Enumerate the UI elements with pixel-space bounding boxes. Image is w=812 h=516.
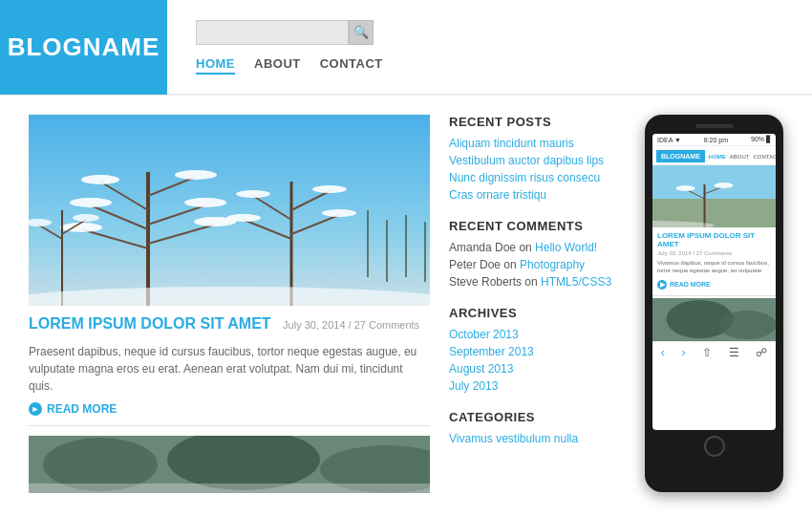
svg-point-12: [70, 198, 112, 207]
read-more-label: READ MORE: [47, 402, 117, 416]
svg-point-46: [715, 183, 734, 188]
recent-posts-title: RECENT POSTS: [449, 115, 626, 129]
header: BLOGNAME 🔍 HOME ABOUT CONTACT: [0, 0, 812, 96]
comment-3-link[interactable]: HTML5/CSS3: [541, 275, 611, 289]
phone-bookmark-icon[interactable]: ☰: [729, 346, 739, 359]
phone-featured-image: [652, 165, 776, 227]
phone-mockup: IDEA ▼ 8:20 pm 90% ▊ BLOGNAME HOME ABOUT…: [645, 115, 783, 492]
read-more-arrow-icon: ►: [29, 402, 42, 416]
logo-block: BLOGNAME: [0, 0, 167, 95]
read-more-link[interactable]: ► READ MORE: [29, 402, 430, 416]
archive-oct-2013[interactable]: October 2013: [449, 328, 626, 341]
nav-contact[interactable]: CONTACT: [320, 56, 383, 75]
phone-tabs-icon[interactable]: ☍: [756, 346, 767, 359]
svg-point-24: [322, 209, 356, 217]
search-button[interactable]: 🔍: [349, 20, 374, 45]
recent-comments-section: RECENT COMMENTS Amanda Doe on Hello Worl…: [449, 219, 626, 289]
comment-3: Steve Roberts on HTML5/CSS3: [449, 275, 626, 289]
svg-point-23: [226, 214, 261, 222]
recent-posts-section: RECENT POSTS Aliquam tincidunt mauris Ve…: [449, 115, 626, 202]
phone-read-more-label: READ MORE: [670, 281, 711, 288]
svg-point-10: [81, 175, 119, 184]
phone-battery: 90% ▊: [751, 136, 771, 143]
phone-time: 8:20 pm: [704, 137, 728, 143]
nav-home[interactable]: HOME: [196, 56, 235, 75]
search-bar: 🔍: [196, 20, 783, 45]
svg-point-21: [236, 190, 270, 198]
post-divider: [29, 425, 430, 426]
blog-area: LOREM IPSUM DOLOR SIT AMET July 30, 2014…: [29, 115, 430, 497]
phone-share-icon[interactable]: ⇧: [702, 346, 712, 359]
archives-section: ARCHIVES October 2013 September 2013 Aug…: [449, 306, 626, 393]
logo-text: BLOGNAME: [8, 32, 160, 62]
sidebar: RECENT POSTS Aliquam tincidunt mauris Ve…: [449, 115, 626, 497]
phone-read-more[interactable]: ▶ READ MORE: [652, 278, 776, 293]
featured-image: [29, 115, 430, 306]
comment-1-link[interactable]: Hello World!: [535, 241, 597, 254]
category-1[interactable]: Vivamus vestibulum nulla: [449, 432, 626, 445]
search-input[interactable]: [196, 20, 349, 45]
phone-status-bar: IDEA ▼ 8:20 pm 90% ▊: [652, 134, 776, 146]
phone-divider: [652, 295, 776, 296]
recent-post-1[interactable]: Aliquam tincidunt mauris: [449, 137, 626, 150]
svg-rect-2: [29, 115, 430, 306]
main-content: LOREM IPSUM DOLOR SIT AMET July 30, 2014…: [0, 96, 812, 516]
phone-post-title: LOREM IPSUM DOLOR SIT AMET: [652, 227, 776, 250]
post-date: July 30, 2014 / 27 Comments: [283, 319, 419, 331]
svg-point-22: [312, 185, 347, 193]
phone-second-image: [652, 298, 776, 341]
svg-point-50: [719, 311, 777, 339]
archive-aug-2013[interactable]: August 2013: [449, 362, 626, 376]
phone-bottom-bar: ‹ › ⇧ ☰ ☍: [652, 341, 776, 363]
comment-2-link[interactable]: Photography: [520, 258, 585, 271]
phone-home-button[interactable]: [704, 436, 725, 457]
phone-back-icon[interactable]: ‹: [661, 346, 665, 359]
phone-nav: HOME ABOUT CONTACT: [709, 154, 776, 160]
categories-title: CATEGORIES: [449, 410, 626, 424]
phone-logo: BLOGNAME: [656, 150, 705, 162]
svg-point-29: [73, 214, 99, 222]
phone-nav-about[interactable]: ABOUT: [730, 154, 750, 160]
recent-post-3[interactable]: Nunc dignissim risus consecu: [449, 171, 626, 184]
phone-carrier: IDEA ▼: [657, 137, 681, 143]
svg-point-13: [184, 198, 226, 207]
svg-point-11: [175, 170, 217, 180]
nav-about[interactable]: ABOUT: [254, 56, 301, 75]
comment-1: Amanda Doe on Hello World!: [449, 241, 626, 254]
phone-screen: IDEA ▼ 8:20 pm 90% ▊ BLOGNAME HOME ABOUT…: [652, 134, 776, 430]
recent-post-4[interactable]: Cras ornare tristiqu: [449, 188, 626, 202]
post-meta: LOREM IPSUM DOLOR SIT AMET July 30, 2014…: [29, 306, 430, 337]
archives-title: ARCHIVES: [449, 306, 626, 320]
post-excerpt: Praesent dapibus, neque id cursus faucib…: [29, 343, 430, 395]
main-nav: HOME ABOUT CONTACT: [196, 56, 783, 75]
categories-section: CATEGORIES Vivamus vestibulum nulla: [449, 410, 626, 445]
svg-point-36: [43, 438, 158, 491]
phone-nav-home[interactable]: HOME: [709, 154, 726, 160]
phone-post-text: Vivamus dapibus, neque id cursus faucibu…: [652, 256, 776, 278]
phone-read-more-arrow-icon: ▶: [657, 280, 667, 290]
second-post-image: [29, 436, 430, 493]
phone-header: BLOGNAME HOME ABOUT CONTACT 🔍: [652, 146, 776, 165]
phone-forward-icon[interactable]: ›: [681, 346, 685, 359]
phone-speaker: [695, 124, 734, 128]
recent-comments-title: RECENT COMMENTS: [449, 219, 626, 233]
recent-post-2[interactable]: Vestibulum auctor dapibus lips: [449, 154, 626, 167]
archive-sep-2013[interactable]: September 2013: [449, 345, 626, 358]
header-right: 🔍 HOME ABOUT CONTACT: [196, 20, 783, 75]
svg-rect-39: [29, 484, 430, 493]
post-title: LOREM IPSUM DOLOR SIT AMET: [29, 315, 271, 332]
archive-jul-2013[interactable]: July 2013: [449, 379, 626, 393]
phone-nav-contact[interactable]: CONTACT: [754, 154, 776, 160]
comment-2: Peter Doe on Photography: [449, 258, 626, 271]
svg-point-45: [676, 185, 695, 191]
